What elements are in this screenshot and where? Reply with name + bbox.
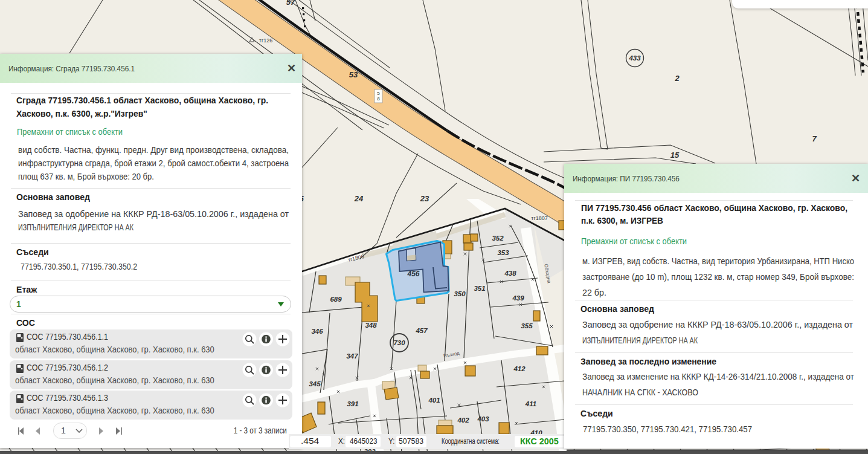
svg-text:457: 457 — [415, 327, 428, 334]
svg-text:401: 401 — [428, 397, 440, 404]
svg-text:412: 412 — [513, 365, 526, 372]
svg-text:тг1807: тг1807 — [531, 215, 547, 221]
svg-text:5: 5 — [377, 91, 380, 96]
svg-text:730: 730 — [393, 339, 405, 346]
svg-text:350: 350 — [454, 290, 466, 297]
svg-text:53: 53 — [349, 70, 358, 79]
svg-text:8: 8 — [377, 96, 380, 102]
svg-text:57: 57 — [286, 0, 295, 7]
svg-text:355: 355 — [521, 322, 533, 329]
svg-text:411: 411 — [525, 400, 536, 407]
svg-text:тг126: тг126 — [259, 37, 272, 44]
svg-text:24: 24 — [354, 194, 364, 203]
svg-text:352: 352 — [492, 235, 504, 242]
svg-text:7: 7 — [812, 134, 817, 143]
svg-text:438: 438 — [504, 270, 516, 277]
svg-text:2: 2 — [674, 74, 680, 83]
svg-text:345: 345 — [309, 380, 321, 388]
svg-text:456: 456 — [407, 270, 419, 278]
svg-text:689: 689 — [330, 296, 342, 303]
svg-text:353: 353 — [497, 249, 509, 256]
svg-text:347: 347 — [346, 352, 358, 360]
svg-text:439: 439 — [512, 294, 524, 302]
svg-text:433: 433 — [628, 54, 641, 62]
svg-text:403: 403 — [477, 415, 489, 423]
svg-text:15: 15 — [670, 151, 680, 160]
svg-text:402: 402 — [457, 417, 469, 424]
svg-text:23: 23 — [420, 194, 429, 203]
svg-text:351: 351 — [474, 285, 485, 292]
svg-text:346: 346 — [311, 328, 323, 335]
svg-text:391: 391 — [347, 400, 358, 407]
svg-text:348: 348 — [365, 322, 377, 329]
